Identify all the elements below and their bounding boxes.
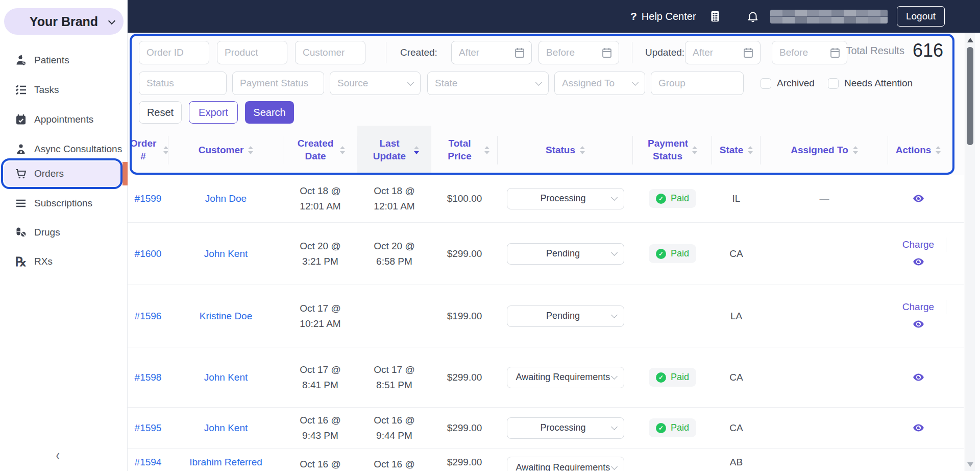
order-number-link[interactable]: #1600 xyxy=(135,248,162,260)
customer-input[interactable] xyxy=(295,41,365,64)
sidebar-item-tasks[interactable]: Tasks xyxy=(4,78,124,102)
updated-label: Updated: xyxy=(645,41,684,64)
eye-icon[interactable] xyxy=(912,192,925,205)
order-number-link[interactable]: #1594 xyxy=(135,457,162,468)
column-header-last-update[interactable]: Last Update xyxy=(357,126,431,175)
sidebar-item-orders[interactable]: Orders xyxy=(4,161,124,186)
column-header-order-[interactable]: Order # xyxy=(128,126,168,175)
payment-status-badge: ✓Paid xyxy=(649,368,696,387)
customer-link[interactable]: John Kent xyxy=(204,248,248,260)
order-number-link[interactable]: #1598 xyxy=(135,372,162,383)
updated-before-input[interactable] xyxy=(772,41,847,64)
created-after-input[interactable] xyxy=(451,41,532,64)
state-value: CA xyxy=(712,372,761,383)
status-filter-input[interactable] xyxy=(139,72,227,95)
column-header-customer[interactable]: Customer xyxy=(168,126,283,175)
brand-switcher[interactable]: Your Brand xyxy=(4,8,124,35)
status-dropdown[interactable]: Processing xyxy=(507,417,624,439)
status-dropdown[interactable]: Pending xyxy=(507,243,624,265)
status-dropdown[interactable]: Pending xyxy=(507,305,624,327)
table-row: #1599 John Doe Oct 18 @ 12:01 AM Oct 18 … xyxy=(128,175,964,223)
logout-button[interactable]: Logout xyxy=(897,6,945,27)
check-icon: ✓ xyxy=(656,194,666,204)
column-header-status[interactable]: Status xyxy=(498,126,633,175)
charge-link[interactable]: Charge xyxy=(902,301,934,312)
created-after-date-field[interactable] xyxy=(451,41,532,64)
source-select[interactable]: Source xyxy=(330,72,421,95)
check-icon: ✓ xyxy=(656,249,666,259)
search-button[interactable]: Search xyxy=(245,101,294,124)
eye-icon[interactable] xyxy=(912,318,925,331)
sidebar-item-appointments[interactable]: Appointments xyxy=(4,107,124,132)
orders-icon xyxy=(14,167,28,180)
reset-button[interactable]: Reset xyxy=(139,101,182,124)
scroll-down-arrow-icon[interactable] xyxy=(967,462,973,467)
export-button[interactable]: Export xyxy=(189,101,238,124)
scrollbar-thumb[interactable] xyxy=(967,47,973,145)
column-header-total-price[interactable]: Total Price xyxy=(431,126,498,175)
eye-icon[interactable] xyxy=(912,421,925,434)
customer-link[interactable]: Kristine Doe xyxy=(200,311,253,322)
product-input[interactable] xyxy=(217,41,287,64)
sidebar-item-rxs[interactable]: ℞ RXs xyxy=(4,249,124,274)
sidebar-item-patients[interactable]: Patients xyxy=(4,48,124,73)
order-number-link[interactable]: #1596 xyxy=(135,311,162,322)
column-header-state[interactable]: State xyxy=(712,126,761,175)
sidebar-item-drugs[interactable]: Drugs xyxy=(4,220,124,245)
column-header-actions[interactable]: Actions xyxy=(888,126,948,175)
order-id-input[interactable] xyxy=(139,41,209,64)
order-number-link[interactable]: #1599 xyxy=(135,193,162,204)
sort-icon xyxy=(484,146,489,154)
order-number-link[interactable]: #1595 xyxy=(135,422,162,434)
bell-icon[interactable] xyxy=(746,0,760,33)
last-update: Oct 17 @ 8:51 PM xyxy=(370,362,419,392)
updated-before-date-field[interactable] xyxy=(772,41,847,64)
scroll-up-arrow-icon[interactable] xyxy=(967,38,973,42)
customer-link[interactable]: John Kent xyxy=(204,422,248,434)
needs-attention-checkbox[interactable]: Needs Attention xyxy=(828,72,913,95)
created-before-input[interactable] xyxy=(538,41,619,64)
scrollbar[interactable] xyxy=(965,33,975,471)
state-select[interactable]: State xyxy=(427,72,549,95)
customer-link[interactable]: John Doe xyxy=(205,193,247,204)
total-price: $199.00 xyxy=(447,311,482,322)
sidebar-item-subscriptions[interactable]: Subscriptions xyxy=(4,191,124,216)
column-header-assigned-to[interactable]: Assigned To xyxy=(761,126,888,175)
created-before-date-field[interactable] xyxy=(538,41,619,64)
column-header-payment-status[interactable]: Payment Status xyxy=(633,126,712,175)
total-price: $299.00 xyxy=(447,372,482,383)
patients-icon xyxy=(14,54,28,67)
sort-icon xyxy=(414,146,419,154)
charge-link[interactable]: Charge xyxy=(902,239,934,250)
column-header-created-date[interactable]: Created Date xyxy=(283,126,357,175)
chevron-down-icon xyxy=(611,312,618,318)
rx-icon: ℞ xyxy=(14,255,28,268)
group-filter-input[interactable] xyxy=(651,72,744,95)
status-dropdown[interactable]: Processing xyxy=(507,188,624,209)
sidebar-collapse-button[interactable]: ‹ xyxy=(56,445,60,464)
sort-icon xyxy=(936,146,941,154)
calendar-icon[interactable] xyxy=(708,0,722,33)
table-row: #1594 Ibrahim Referred Oct 16 @ 5:07 PM … xyxy=(128,449,964,471)
total-price: $299.00 xyxy=(447,248,482,260)
sidebar-item-async-consultations[interactable]: Async Consultations xyxy=(4,137,124,161)
eye-icon[interactable] xyxy=(912,255,925,268)
check-icon: ✓ xyxy=(656,372,666,383)
customer-link[interactable]: Ibrahim Referred xyxy=(189,457,262,468)
status-dropdown[interactable]: Awaiting Requirements xyxy=(507,457,624,471)
created-date: Oct 16 @ 9:43 PM xyxy=(289,413,352,443)
sort-icon xyxy=(748,146,753,154)
sort-icon xyxy=(163,146,168,154)
divider xyxy=(632,42,632,63)
payment-status-filter-input[interactable] xyxy=(232,72,324,95)
sort-icon xyxy=(692,146,697,154)
updated-after-input[interactable] xyxy=(685,41,761,64)
topbar: ? Help Center Logout xyxy=(128,0,980,33)
help-center-link[interactable]: ? Help Center xyxy=(630,0,696,33)
status-dropdown[interactable]: Awaiting Requirements xyxy=(507,367,624,388)
eye-icon[interactable] xyxy=(912,371,925,384)
assigned-to-select[interactable]: Assigned To xyxy=(554,72,645,95)
archived-checkbox[interactable]: Archived xyxy=(761,72,815,95)
customer-link[interactable]: John Kent xyxy=(204,372,248,383)
updated-after-date-field[interactable] xyxy=(685,41,761,64)
